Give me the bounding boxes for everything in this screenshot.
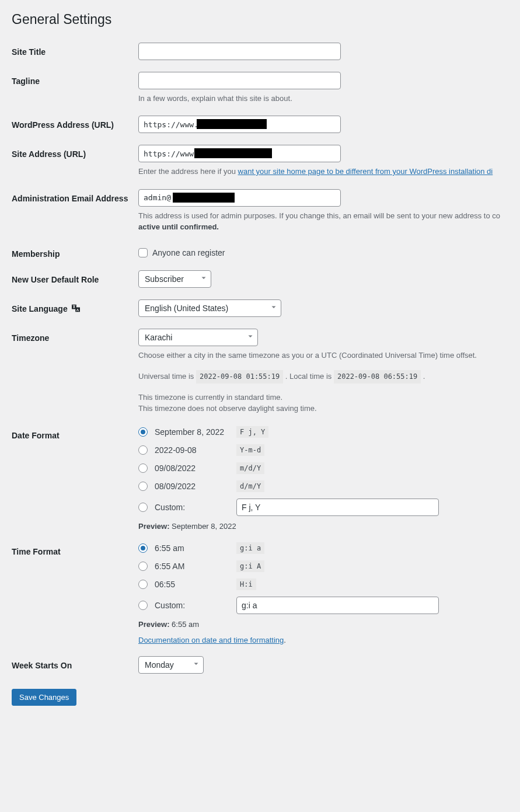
timezone-description: Choose either a city in the same timezon… bbox=[138, 350, 508, 362]
date-format-option: 2022-09-08Y-m-d bbox=[138, 444, 508, 456]
label-site-title: Site Title bbox=[12, 43, 138, 57]
timezone-select[interactable]: Karachi bbox=[138, 329, 258, 346]
redacted-block bbox=[173, 193, 235, 203]
site-url-help-link[interactable]: want your site home page to be different… bbox=[238, 167, 493, 176]
membership-checkbox[interactable] bbox=[138, 248, 148, 257]
time-format-radio[interactable] bbox=[138, 543, 148, 553]
time-format-radio[interactable] bbox=[138, 580, 148, 589]
label-admin-email: Administration Email Address bbox=[12, 189, 138, 203]
time-format-custom-row: Custom: bbox=[138, 597, 508, 614]
page-title: General Settings bbox=[12, 6, 508, 31]
label-site-language: Site Language A bbox=[12, 299, 138, 314]
date-format-radio[interactable] bbox=[138, 445, 148, 455]
time-format-custom-label: Custom: bbox=[155, 601, 229, 610]
date-format-options: September 8, 2022F j, Y2022-09-08Y-m-d09… bbox=[138, 426, 508, 516]
date-format-code: Y-m-d bbox=[236, 444, 264, 456]
time-format-preview: Preview: 6:55 am bbox=[138, 620, 508, 629]
date-format-radio[interactable] bbox=[138, 482, 148, 491]
membership-checkbox-label: Anyone can register bbox=[152, 248, 225, 257]
label-date-format: Date Format bbox=[12, 426, 138, 440]
date-format-radio[interactable] bbox=[138, 463, 148, 473]
label-time-format: Time Format bbox=[12, 542, 138, 556]
timezone-notes: This timezone is currently in standard t… bbox=[138, 392, 508, 414]
date-format-radio[interactable] bbox=[138, 427, 148, 437]
date-format-code: F j, Y bbox=[236, 426, 268, 438]
time-format-code: g:i A bbox=[236, 560, 264, 572]
site-url-description: Enter the address here if you want your … bbox=[138, 166, 508, 177]
time-format-option: 6:55 AMg:i A bbox=[138, 560, 508, 572]
translate-icon: A bbox=[71, 304, 81, 314]
time-format-display: 06:55 bbox=[155, 580, 229, 589]
week-start-select[interactable]: Monday bbox=[138, 656, 204, 674]
time-format-code: g:i a bbox=[236, 542, 264, 554]
site-title-input[interactable] bbox=[138, 43, 341, 60]
label-tagline: Tagline bbox=[12, 72, 138, 86]
time-format-options: 6:55 amg:i a6:55 AMg:i A06:55H:iCustom: bbox=[138, 542, 508, 614]
time-format-custom-input[interactable] bbox=[236, 597, 439, 614]
date-format-option: 09/08/2022m/d/Y bbox=[138, 462, 508, 474]
time-format-option: 06:55H:i bbox=[138, 578, 508, 590]
time-format-display: 6:55 AM bbox=[155, 562, 229, 571]
save-button[interactable]: Save Changes bbox=[12, 689, 76, 706]
date-format-custom-label: Custom: bbox=[155, 503, 229, 512]
label-site-url: Site Address (URL) bbox=[12, 145, 138, 159]
date-format-option: September 8, 2022F j, Y bbox=[138, 426, 508, 438]
redacted-block bbox=[194, 148, 272, 158]
date-format-display: 2022-09-08 bbox=[155, 445, 229, 455]
date-format-code: m/d/Y bbox=[236, 462, 264, 474]
time-format-custom-radio[interactable] bbox=[138, 601, 148, 610]
date-format-preview: Preview: September 8, 2022 bbox=[138, 522, 508, 531]
admin-email-input[interactable] bbox=[138, 189, 341, 207]
date-format-custom-row: Custom: bbox=[138, 499, 508, 516]
svg-text:A: A bbox=[76, 308, 79, 312]
admin-email-description: This address is used for admin purposes.… bbox=[138, 210, 508, 233]
date-format-display: 08/09/2022 bbox=[155, 482, 229, 491]
label-wp-url: WordPress Address (URL) bbox=[12, 116, 138, 130]
redacted-block bbox=[197, 119, 267, 129]
label-default-role: New User Default Role bbox=[12, 270, 138, 284]
site-language-select[interactable]: English (United States) bbox=[138, 299, 281, 317]
time-format-radio[interactable] bbox=[138, 562, 148, 571]
time-format-display: 6:55 am bbox=[155, 543, 229, 553]
date-format-custom-radio[interactable] bbox=[138, 503, 148, 512]
date-format-option: 08/09/2022d/m/Y bbox=[138, 480, 508, 492]
date-format-display: 09/08/2022 bbox=[155, 463, 229, 473]
label-timezone: Timezone bbox=[12, 329, 138, 343]
date-format-display: September 8, 2022 bbox=[155, 427, 229, 437]
tagline-description: In a few words, explain what this site i… bbox=[138, 93, 508, 104]
timezone-times: Universal time is 2022-09-08 01:55:19 . … bbox=[138, 370, 508, 384]
time-format-code: H:i bbox=[236, 578, 256, 590]
label-week-start: Week Starts On bbox=[12, 656, 138, 670]
tagline-input[interactable] bbox=[138, 72, 341, 89]
date-format-code: d/m/Y bbox=[236, 480, 264, 492]
label-membership: Membership bbox=[12, 245, 138, 259]
default-role-select[interactable]: Subscriber bbox=[138, 270, 211, 288]
time-format-option: 6:55 amg:i a bbox=[138, 542, 508, 554]
datetime-doc-link[interactable]: Documentation on date and time formattin… bbox=[138, 636, 284, 644]
date-format-custom-input[interactable] bbox=[236, 499, 439, 516]
